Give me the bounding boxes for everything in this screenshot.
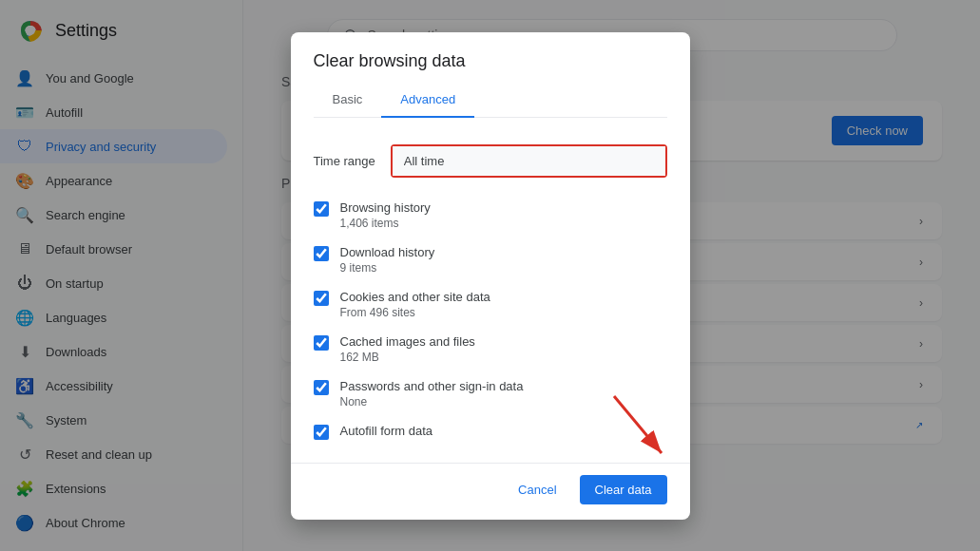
checkbox-passwords-sub: None (340, 395, 524, 408)
checkbox-passwords-label: Passwords and other sign-in data (340, 379, 524, 393)
checkbox-cached: Cached images and files 162 MB (314, 327, 667, 371)
checkbox-passwords-input[interactable] (314, 380, 329, 395)
dialog-tabs: Basic Advanced (314, 83, 667, 118)
clear-data-button[interactable]: Clear data (580, 475, 667, 504)
time-range-select[interactable]: Last hour Last 24 hours Last 7 days Last… (393, 146, 665, 176)
checkbox-download-history: Download history 9 items (314, 238, 667, 282)
dialog-footer: Cancel Clear data (291, 463, 690, 520)
checkbox-browsing-history-sub: 1,406 items (340, 217, 431, 230)
time-range-row: Time range Last hour Last 24 hours Last … (314, 144, 667, 178)
checkbox-cached-sub: 162 MB (340, 351, 475, 364)
checkbox-autofill: Autofill form data (314, 416, 667, 447)
tab-basic[interactable]: Basic (314, 83, 382, 118)
cancel-button[interactable]: Cancel (503, 475, 571, 504)
checkbox-passwords: Passwords and other sign-in data None (314, 371, 667, 416)
dialog-body: Time range Last hour Last 24 hours Last … (291, 129, 690, 463)
checkbox-autofill-input[interactable] (314, 425, 329, 440)
checkbox-download-history-label: Download history (340, 245, 435, 259)
checkbox-cached-input[interactable] (314, 335, 329, 351)
time-range-select-wrapper: Last hour Last 24 hours Last 7 days Last… (391, 144, 667, 178)
checkbox-cookies-label: Cookies and other site data (340, 290, 490, 304)
tab-advanced[interactable]: Advanced (381, 83, 474, 118)
dialog-title: Clear browsing data (314, 51, 667, 71)
checkbox-browsing-history: Browsing history 1,406 items (314, 193, 667, 238)
clear-browsing-data-dialog: Clear browsing data Basic Advanced Time … (291, 32, 690, 520)
checkbox-download-history-input[interactable] (314, 246, 329, 261)
time-range-label: Time range (314, 154, 375, 168)
modal-overlay: Clear browsing data Basic Advanced Time … (0, 0, 980, 551)
checkbox-cached-label: Cached images and files (340, 334, 475, 349)
dialog-header: Clear browsing data Basic Advanced (291, 32, 690, 129)
checkbox-autofill-label: Autofill form data (340, 424, 433, 438)
checkbox-cookies-input[interactable] (314, 291, 329, 306)
checkbox-download-history-sub: 9 items (340, 261, 435, 275)
checkbox-cookies-sub: From 496 sites (340, 306, 490, 319)
checkbox-browsing-history-label: Browsing history (340, 200, 431, 215)
checkbox-browsing-history-input[interactable] (314, 201, 329, 217)
checkbox-cookies: Cookies and other site data From 496 sit… (314, 282, 667, 327)
